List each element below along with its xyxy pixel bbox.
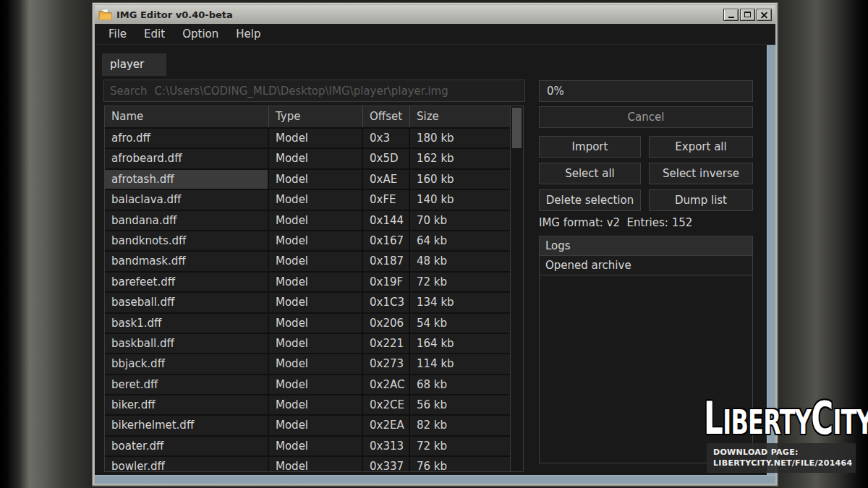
cell-type[interactable]: Model bbox=[269, 395, 362, 414]
table-row[interactable]: boater.dffModel0x31372 kb bbox=[105, 437, 510, 455]
cell-offset[interactable]: 0x187 bbox=[363, 252, 409, 270]
cell-offset[interactable]: 0x19F bbox=[363, 273, 409, 291]
cell-size[interactable]: 160 kb bbox=[410, 170, 510, 189]
cell-size[interactable]: 140 kb bbox=[410, 190, 510, 209]
cell-name[interactable]: bbjack.dff bbox=[105, 354, 268, 373]
cell-offset[interactable]: 0x5D bbox=[363, 149, 409, 168]
cell-size[interactable]: 180 kb bbox=[410, 129, 510, 147]
cell-offset[interactable]: 0x221 bbox=[363, 334, 409, 353]
cell-offset[interactable]: 0x3 bbox=[363, 129, 409, 147]
select-inverse-button[interactable]: Select inverse bbox=[649, 163, 753, 184]
cell-name[interactable]: bowler.dff bbox=[105, 457, 268, 471]
table-row[interactable]: bask1.dffModel0x20654 kb bbox=[105, 314, 510, 333]
cell-offset[interactable]: 0x2AC bbox=[363, 375, 409, 394]
cell-offset[interactable]: 0x2EA bbox=[363, 416, 409, 435]
cell-name[interactable]: beret.dff bbox=[105, 375, 268, 394]
close-button[interactable] bbox=[757, 9, 772, 21]
menu-item-file[interactable]: File bbox=[100, 27, 135, 40]
table-row[interactable]: bbjack.dffModel0x273114 kb bbox=[105, 354, 510, 373]
cell-size[interactable]: 48 kb bbox=[410, 252, 510, 270]
cell-size[interactable]: 68 kb bbox=[410, 375, 510, 394]
cell-offset[interactable]: 0x337 bbox=[363, 457, 409, 471]
cell-type[interactable]: Model bbox=[269, 354, 362, 373]
table-row[interactable]: baskball.dffModel0x221164 kb bbox=[105, 334, 510, 353]
cell-type[interactable]: Model bbox=[269, 149, 362, 168]
cell-type[interactable]: Model bbox=[269, 170, 362, 189]
column-header-size[interactable]: Size bbox=[410, 106, 510, 127]
cell-type[interactable]: Model bbox=[269, 334, 362, 353]
table-row[interactable]: afrotash.dffModel0xAE160 kb bbox=[105, 170, 510, 189]
titlebar[interactable]: IMG Editor v0.40-beta bbox=[95, 5, 775, 24]
cell-type[interactable]: Model bbox=[269, 231, 362, 250]
table-row[interactable]: bowler.dffModel0x33776 kb bbox=[105, 457, 510, 471]
cell-size[interactable]: 64 kb bbox=[410, 231, 510, 250]
cell-offset[interactable]: 0x206 bbox=[363, 314, 409, 333]
cell-offset[interactable]: 0x144 bbox=[363, 211, 409, 230]
maximize-button[interactable] bbox=[740, 9, 755, 21]
table-row[interactable]: bikerhelmet.dffModel0x2EA82 kb bbox=[105, 416, 510, 435]
dump-list-button[interactable]: Dump list bbox=[649, 189, 753, 211]
cancel-button[interactable]: Cancel bbox=[539, 106, 753, 128]
cell-name[interactable]: barefeet.dff bbox=[105, 273, 268, 291]
menu-item-help[interactable]: Help bbox=[227, 27, 269, 40]
table-row[interactable]: beret.dffModel0x2AC68 kb bbox=[105, 375, 510, 394]
import-button[interactable]: Import bbox=[539, 136, 641, 158]
cell-offset[interactable]: 0x1C3 bbox=[363, 293, 409, 312]
cell-name[interactable]: boater.dff bbox=[105, 437, 268, 455]
select-all-button[interactable]: Select all bbox=[539, 163, 641, 184]
cell-type[interactable]: Model bbox=[269, 293, 362, 312]
table-row[interactable]: bandknots.dffModel0x16764 kb bbox=[105, 231, 510, 250]
cell-size[interactable]: 162 kb bbox=[410, 149, 510, 168]
table-row[interactable]: afrobeard.dffModel0x5D162 kb bbox=[105, 149, 510, 168]
cell-type[interactable]: Model bbox=[269, 437, 362, 455]
cell-type[interactable]: Model bbox=[269, 211, 362, 230]
cell-size[interactable]: 134 kb bbox=[410, 293, 510, 312]
cell-type[interactable]: Model bbox=[269, 416, 362, 435]
cell-name[interactable]: bandana.dff bbox=[105, 211, 268, 230]
cell-offset[interactable]: 0x167 bbox=[363, 231, 409, 250]
cell-name[interactable]: bandmask.dff bbox=[105, 252, 268, 270]
cell-name[interactable]: afro.dff bbox=[105, 129, 268, 147]
cell-name[interactable]: bask1.dff bbox=[105, 314, 268, 333]
cell-name[interactable]: balaclava.dff bbox=[105, 190, 268, 209]
column-header-type[interactable]: Type bbox=[269, 106, 363, 127]
table-row[interactable]: biker.dffModel0x2CE56 kb bbox=[105, 395, 510, 414]
tab-player[interactable]: player bbox=[102, 53, 166, 76]
cell-name[interactable]: afrobeard.dff bbox=[105, 149, 268, 168]
cell-type[interactable]: Model bbox=[269, 129, 362, 147]
minimize-button[interactable] bbox=[723, 9, 739, 21]
cell-offset[interactable]: 0xAE bbox=[363, 170, 409, 189]
cell-size[interactable]: 72 kb bbox=[410, 273, 510, 291]
cell-name[interactable]: biker.dff bbox=[105, 395, 268, 414]
column-header-name[interactable]: Name bbox=[105, 106, 269, 127]
delete-selection-button[interactable]: Delete selection bbox=[539, 189, 641, 211]
table-scrollbar[interactable] bbox=[510, 106, 523, 471]
column-header-offset[interactable]: Offset bbox=[363, 106, 410, 127]
cell-size[interactable]: 56 kb bbox=[410, 395, 510, 414]
cell-type[interactable]: Model bbox=[269, 273, 362, 291]
cell-name[interactable]: afrotash.dff bbox=[105, 170, 268, 189]
cell-size[interactable]: 82 kb bbox=[410, 416, 510, 435]
table-row[interactable]: barefeet.dffModel0x19F72 kb bbox=[105, 273, 510, 291]
cell-type[interactable]: Model bbox=[269, 252, 362, 270]
cell-name[interactable]: bandknots.dff bbox=[105, 231, 268, 250]
horizontal-scrollbar[interactable] bbox=[95, 475, 775, 484]
cell-offset[interactable]: 0x313 bbox=[363, 437, 409, 455]
cell-type[interactable]: Model bbox=[269, 457, 362, 471]
export-all-button[interactable]: Export all bbox=[649, 136, 753, 158]
cell-offset[interactable]: 0xFE bbox=[363, 190, 409, 209]
cell-name[interactable]: bikerhelmet.dff bbox=[105, 416, 268, 435]
table-row[interactable]: balaclava.dffModel0xFE140 kb bbox=[105, 190, 510, 209]
table-row[interactable]: afro.dffModel0x3180 kb bbox=[105, 129, 510, 147]
table-row[interactable]: baseball.dffModel0x1C3134 kb bbox=[105, 293, 510, 312]
cell-type[interactable]: Model bbox=[269, 375, 362, 394]
menu-item-option[interactable]: Option bbox=[174, 27, 227, 40]
cell-offset[interactable]: 0x273 bbox=[363, 354, 409, 373]
cell-type[interactable]: Model bbox=[269, 314, 362, 333]
menu-item-edit[interactable]: Edit bbox=[135, 27, 174, 40]
search-input[interactable]: Search C:\Users\CODING_MLD\Desktop\IMG\p… bbox=[103, 80, 525, 102]
cell-size[interactable]: 164 kb bbox=[410, 334, 510, 353]
cell-offset[interactable]: 0x2CE bbox=[363, 395, 409, 414]
cell-size[interactable]: 70 kb bbox=[410, 211, 510, 230]
table-row[interactable]: bandana.dffModel0x14470 kb bbox=[105, 211, 510, 230]
